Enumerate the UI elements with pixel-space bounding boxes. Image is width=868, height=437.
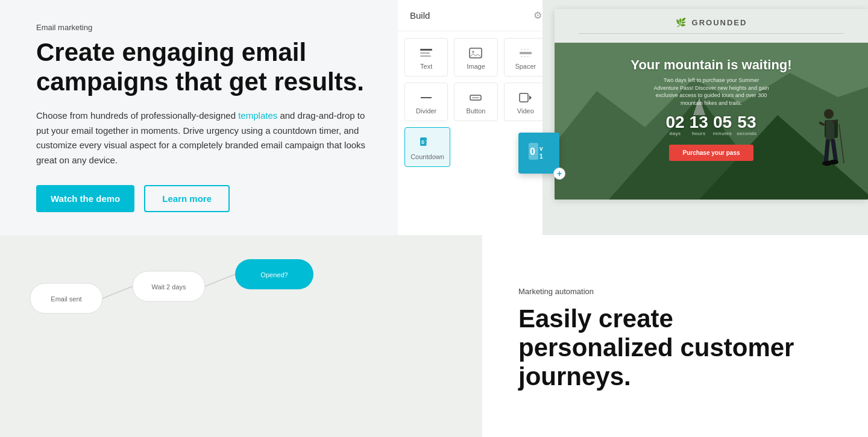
bottom-right-content: Marketing automation Easily createperson… — [482, 235, 868, 437]
left-content-panel: Email marketing Create engaging emailcam… — [0, 0, 398, 235]
builder-item-image[interactable]: Image — [454, 38, 497, 77]
countdown-label: Countdown — [410, 153, 444, 160]
email-marketing-section: Email marketing Create engaging emailcam… — [0, 0, 868, 235]
section-label: Email marketing — [36, 23, 368, 32]
video-label: Video — [517, 107, 534, 115]
text-label: Text — [420, 63, 432, 70]
button-label: Button — [467, 107, 486, 115]
builder-item-video[interactable]: Video — [504, 83, 547, 121]
hiker-silhouette-svg — [802, 103, 856, 200]
right-content-panel: Build ⚙ Text Image — [398, 0, 868, 235]
svg-rect-29 — [831, 139, 838, 163]
image-icon — [468, 47, 483, 59]
countdown-days: 02 days — [665, 114, 684, 136]
main-headline: Create engaging emailcampaigns that get … — [36, 38, 368, 96]
svg-point-4 — [472, 51, 474, 53]
hero-subtitle: Two days left to purchase your Summer Ad… — [651, 77, 772, 107]
button-icon — [468, 92, 483, 104]
email-preview-panel: 🌿 GROUNDED — [542, 0, 868, 235]
builder-item-text[interactable]: Text — [404, 38, 448, 77]
divider-icon — [419, 92, 433, 104]
automation-headline: Easily createpersonalized customerjourne… — [518, 304, 832, 392]
spacer-label: Spacer — [515, 63, 536, 70]
svg-text:Email sent: Email sent — [51, 295, 81, 303]
image-label: Image — [467, 63, 485, 70]
svg-text:1: 1 — [426, 142, 428, 146]
svg-rect-11 — [520, 93, 528, 102]
email-hero-section: Your mountain is waiting! Two days left … — [555, 43, 868, 200]
automation-diagram-svg: Email sent Wait 2 days Opened? — [0, 235, 482, 437]
cta-buttons-row: Watch the demo Learn more — [36, 185, 368, 212]
email-cta-button[interactable]: Purchase your pass — [669, 145, 753, 161]
email-builder-panel: Build ⚙ Text Image — [398, 0, 555, 235]
text-icon — [419, 47, 433, 59]
email-logo: 🌿 GROUNDED — [567, 17, 856, 27]
countdown-hours: 13 hours — [690, 114, 708, 136]
automation-section-label: Marketing automation — [518, 287, 832, 296]
spacer-icon — [518, 47, 533, 59]
countdown-seconds: 53 seconds — [737, 114, 756, 136]
svg-line-27 — [839, 124, 844, 163]
countdown-icon: 0 v 1 — [419, 136, 436, 149]
watch-demo-button[interactable]: Watch the demo — [36, 185, 134, 212]
builder-item-spacer[interactable]: Spacer — [504, 38, 547, 77]
bottom-left-panel: Email sent Wait 2 days Opened? — [0, 235, 482, 437]
svg-rect-5 — [520, 52, 532, 54]
svg-rect-2 — [420, 55, 431, 57]
svg-point-22 — [824, 109, 834, 119]
builder-title: Build — [410, 10, 430, 20]
description-text: Choose from hundreds of professionally-d… — [36, 108, 368, 168]
svg-rect-0 — [420, 49, 432, 51]
svg-rect-24 — [826, 120, 834, 141]
builder-item-divider[interactable]: Divider — [404, 83, 448, 121]
svg-text:0: 0 — [530, 146, 535, 157]
svg-rect-10 — [472, 97, 479, 98]
svg-text:v: v — [539, 145, 543, 152]
svg-point-31 — [829, 160, 838, 165]
email-header: 🌿 GROUNDED — [555, 9, 868, 43]
divider-label: Divider — [416, 107, 436, 115]
countdown-minutes: 05 minutes — [713, 114, 732, 136]
video-icon — [518, 92, 533, 104]
svg-text:1: 1 — [539, 153, 543, 160]
logo-leaf-icon: 🌿 — [676, 17, 687, 27]
builder-item-countdown[interactable]: 0 v 1 Countdown — [404, 127, 450, 167]
email-card: 🌿 GROUNDED — [555, 9, 868, 200]
gear-icon[interactable]: ⚙ — [533, 10, 542, 21]
svg-rect-1 — [420, 52, 430, 54]
templates-link[interactable]: templates — [238, 110, 277, 121]
svg-text:0: 0 — [421, 139, 424, 145]
hero-title: Your mountain is waiting! — [567, 57, 856, 73]
builder-item-button[interactable]: Button — [454, 83, 497, 121]
svg-text:Opened?: Opened? — [260, 271, 288, 278]
svg-text:Wait 2 days: Wait 2 days — [151, 283, 186, 291]
add-icon: + — [553, 168, 565, 180]
countdown-dragged-item: 0 v 1 + — [518, 133, 559, 174]
learn-more-button[interactable]: Learn more — [144, 185, 230, 212]
marketing-automation-section: Email sent Wait 2 days Opened? Marketing… — [0, 235, 868, 437]
svg-rect-25 — [819, 121, 825, 126]
svg-rect-28 — [824, 139, 830, 163]
builder-header: Build ⚙ — [398, 0, 554, 31]
